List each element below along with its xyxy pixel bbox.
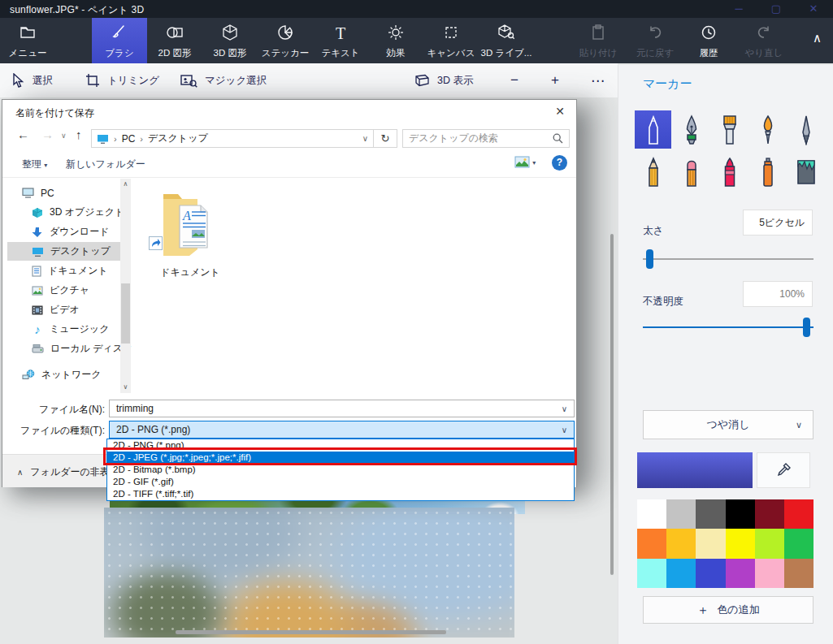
dialog-close-icon[interactable]: ✕: [555, 105, 565, 118]
dropdown-option-bmp[interactable]: 2D - Bitmap (*.bmp): [107, 464, 574, 476]
palette-swatch[interactable]: [755, 499, 784, 529]
palette-swatch[interactable]: [696, 499, 725, 529]
ribbon-collapse-chevron-icon[interactable]: ∧: [813, 31, 822, 45]
breadcrumb-chevron-icon[interactable]: ∨: [362, 134, 368, 143]
recent-locations-chevron-icon[interactable]: ∨: [61, 132, 67, 140]
brush-marker[interactable]: [635, 110, 671, 149]
red-annotation-box: [103, 447, 577, 465]
tree-scrollbar-thumb[interactable]: [121, 283, 130, 344]
palette-swatch[interactable]: [726, 499, 755, 529]
tab-effects[interactable]: 効果: [368, 18, 423, 63]
save-as-dialog: 名前を付けて保存 ✕ ← → ∨ ↑ › PC › デスクトップ ∨ ↻ デスク…: [2, 99, 577, 487]
tab-canvas[interactable]: キャンバス: [423, 18, 479, 63]
palette-swatch[interactable]: [784, 559, 813, 588]
brush-calligraphy-pen[interactable]: [673, 110, 709, 149]
magic-select-tool[interactable]: マジック選択: [180, 63, 267, 97]
palette-swatch[interactable]: [726, 559, 755, 588]
brush-fill-bucket[interactable]: [787, 153, 824, 191]
palette-swatch[interactable]: [784, 499, 813, 529]
canvas-vertical-scrollbar[interactable]: [610, 234, 614, 575]
palette-swatch[interactable]: [696, 559, 725, 588]
file-name-chevron-icon[interactable]: ∨: [562, 404, 567, 413]
tree-item-downloads[interactable]: ダウンロード: [32, 223, 109, 241]
organize-button[interactable]: 整理 ▾: [22, 158, 47, 171]
opacity-slider-thumb[interactable]: [803, 318, 810, 337]
scroll-down-icon[interactable]: ∨: [120, 382, 131, 393]
zoom-out-button[interactable]: −: [510, 63, 518, 97]
tree-item-3d-objects[interactable]: 3D オブジェクト: [32, 203, 124, 222]
breadcrumb[interactable]: › PC › デスクトップ ∨: [91, 129, 374, 148]
tab-3d-library[interactable]: 3D ライブ...: [479, 18, 534, 63]
scroll-up-icon[interactable]: ∧: [120, 179, 131, 190]
history-button[interactable]: 履歴: [681, 18, 736, 63]
tab-2d-shapes[interactable]: 2D 図形: [147, 18, 202, 63]
refresh-button[interactable]: ↻: [374, 129, 397, 148]
palette-swatch[interactable]: [637, 499, 666, 529]
finish-dropdown[interactable]: つや消し ∨: [643, 410, 813, 439]
opacity-slider[interactable]: [643, 326, 813, 328]
file-type-chevron-icon[interactable]: ∨: [562, 426, 567, 434]
thickness-value-input[interactable]: 5ピクセル: [743, 210, 813, 236]
eyedropper-button[interactable]: [757, 452, 810, 488]
brush-eraser[interactable]: [673, 153, 709, 191]
palette-swatch[interactable]: [726, 529, 755, 558]
tree-item-local-disk[interactable]: ローカル ディスク (C: [32, 339, 134, 358]
thickness-slider-thumb[interactable]: [646, 249, 653, 269]
dropdown-option-tiff[interactable]: 2D - TIFF (*.tiff;*.tif): [107, 488, 574, 500]
brush-pixel-pen[interactable]: [787, 110, 824, 149]
tree-item-pc[interactable]: PC: [22, 184, 54, 202]
close-button[interactable]: ✕: [797, 0, 830, 18]
tree-scrollbar[interactable]: ∧ ∨: [120, 179, 131, 393]
palette-swatch[interactable]: [637, 529, 666, 558]
view-mode-button[interactable]: ▾: [514, 156, 536, 168]
brush-oil-brush[interactable]: [711, 110, 748, 149]
tab-3d-shapes[interactable]: 3D 図形: [202, 18, 258, 63]
opacity-value-input[interactable]: 100%: [743, 281, 813, 307]
brush-spray-can[interactable]: [749, 153, 786, 191]
palette-swatch[interactable]: [696, 529, 725, 558]
tab-stickers[interactable]: ステッカー: [258, 18, 313, 63]
minimize-button[interactable]: ─: [722, 0, 755, 18]
breadcrumb-item-pc[interactable]: PC: [122, 133, 136, 145]
palette-swatch[interactable]: [755, 559, 784, 588]
tree-item-documents[interactable]: ドキュメント: [32, 261, 108, 280]
select-tool[interactable]: 選択: [11, 63, 53, 97]
palette-swatch[interactable]: [755, 529, 784, 558]
tree-item-network[interactable]: ネットワーク: [22, 365, 101, 384]
brush-watercolor[interactable]: [749, 110, 786, 149]
crop-tool[interactable]: トリミング: [85, 63, 159, 97]
palette-swatch[interactable]: [784, 529, 813, 558]
3d-view-button[interactable]: 3D 表示: [414, 63, 473, 97]
new-folder-button[interactable]: 新しいフォルダー: [66, 158, 145, 171]
file-item-documents[interactable]: A ドキュメント: [145, 188, 235, 277]
dropdown-option-gif[interactable]: 2D - GIF (*.gif): [107, 476, 574, 488]
more-options-button[interactable]: ⋯: [591, 63, 605, 97]
tree-item-desktop[interactable]: デスクトップ: [7, 242, 121, 261]
zoom-in-button[interactable]: +: [551, 63, 559, 97]
palette-swatch[interactable]: [666, 499, 696, 529]
tab-brush[interactable]: ブラシ: [92, 18, 147, 63]
brush-pencil[interactable]: [635, 153, 671, 191]
palette-swatch[interactable]: [666, 559, 696, 588]
add-color-button[interactable]: ＋ 色の追加: [643, 596, 813, 624]
thickness-slider[interactable]: [643, 258, 813, 260]
tree-item-pictures[interactable]: ピクチャ: [32, 281, 89, 300]
back-icon[interactable]: ←: [17, 128, 29, 141]
tree-item-music[interactable]: ♪ ミュージック: [32, 320, 109, 339]
current-color-swatch[interactable]: [637, 452, 753, 488]
help-button[interactable]: ?: [552, 155, 567, 171]
breadcrumb-item-desktop[interactable]: デスクトップ: [148, 132, 208, 145]
hide-folders-button[interactable]: ∧ フォルダーの非表示: [17, 465, 119, 479]
up-icon[interactable]: ↑: [76, 128, 82, 141]
canvas-horizontal-scrollbar[interactable]: [176, 630, 446, 634]
palette-swatch[interactable]: [666, 529, 696, 558]
search-input[interactable]: デスクトップの検索: [402, 129, 570, 148]
tab-menu[interactable]: メニュー: [0, 18, 55, 63]
tree-item-videos[interactable]: ビデオ: [32, 300, 80, 319]
file-name-input[interactable]: trimming ∨: [109, 400, 575, 417]
file-type-combobox[interactable]: 2D - PNG (*.png) ∨: [109, 421, 575, 439]
tab-text[interactable]: T テキスト: [313, 18, 368, 63]
brush-crayon[interactable]: [711, 153, 748, 191]
maximize-button[interactable]: ▢: [760, 0, 792, 18]
palette-swatch[interactable]: [637, 559, 666, 588]
